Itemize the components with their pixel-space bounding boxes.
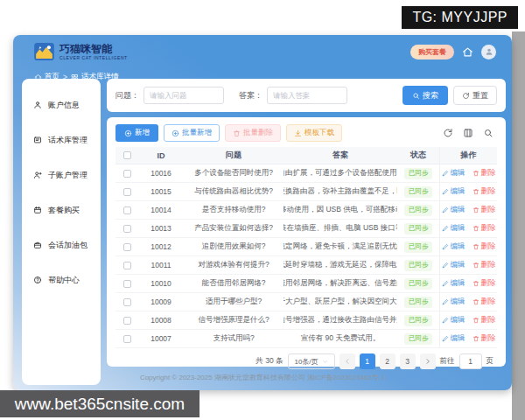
- home-icon[interactable]: [462, 46, 473, 58]
- sidebar-item[interactable]: 话术库管理: [22, 122, 101, 158]
- row-checkbox[interactable]: [123, 188, 131, 196]
- row-checkbox[interactable]: [123, 280, 131, 288]
- header-actions: 购买套餐: [410, 45, 496, 60]
- page-button[interactable]: 2: [380, 354, 396, 369]
- edit-link[interactable]: 编辑: [442, 333, 466, 344]
- template-download-button[interactable]: 模板下载: [286, 124, 342, 142]
- edit-link[interactable]: 编辑: [442, 278, 466, 289]
- cell-answer: 支持移动使用，因 USB 供电，可搭配移动电...: [284, 205, 397, 215]
- edit-link[interactable]: 编辑: [442, 205, 466, 215]
- pencil-icon: [442, 225, 449, 232]
- question-input[interactable]: [144, 87, 224, 104]
- row-checkbox[interactable]: [123, 262, 131, 270]
- row-checkbox[interactable]: [123, 170, 131, 178]
- brand-logo: 巧猫咪智能 CLEVER CAT INTELLIGENT: [34, 43, 128, 60]
- pagination-total: 共 30 条: [256, 356, 283, 367]
- select-all-checkbox[interactable]: [123, 151, 131, 159]
- status-badge: 已同步: [404, 186, 433, 198]
- reset-button[interactable]: 重置: [453, 86, 497, 105]
- sidebar-item[interactable]: 账户信息: [22, 88, 101, 122]
- table-row: 10015 与传统路由器相比优势? 无需更换路由器，弥补主路由覆盖不足，即插..…: [116, 183, 497, 201]
- batch-delete-button[interactable]: 批量删除: [225, 124, 281, 142]
- edit-link[interactable]: 编辑: [442, 315, 466, 326]
- delete-link[interactable]: 删除: [472, 168, 496, 178]
- delete-link[interactable]: 删除: [472, 260, 496, 270]
- table-card: 新增 批量新增 批量删除 模板下载: [107, 117, 506, 367]
- page-size-select[interactable]: 10条/页: [288, 354, 335, 369]
- column-header: 答案: [284, 150, 397, 161]
- page-button[interactable]: 3: [400, 354, 416, 369]
- screenshot-edge-strip: [512, 32, 525, 420]
- sidebar-item[interactable]: 套餐购买: [22, 192, 101, 228]
- brand-name: 巧猫咪智能: [60, 44, 128, 54]
- row-checkbox[interactable]: [123, 335, 131, 343]
- edit-link[interactable]: 编辑: [442, 297, 466, 307]
- cell-question: 适用于哪些户型?: [184, 297, 284, 307]
- row-checkbox[interactable]: [123, 243, 131, 251]
- row-checkbox[interactable]: [123, 298, 131, 306]
- trash-icon: [472, 280, 480, 287]
- cell-question: 多个设备能否同时使用?: [184, 168, 284, 178]
- data-table: ID问题答案状态操作 10016 多个设备能否同时使用? 支持自由扩展，可通过多…: [116, 147, 497, 348]
- add-button[interactable]: 新增: [116, 124, 158, 142]
- chevron-left-icon: [344, 358, 351, 365]
- column-settings-icon[interactable]: [463, 128, 473, 138]
- table-toolbar: 新增 批量新增 批量删除 模板下载: [116, 123, 497, 143]
- pencil-icon: [442, 335, 449, 342]
- row-checkbox[interactable]: [123, 206, 131, 214]
- row-checkbox[interactable]: [123, 317, 131, 325]
- cell-answer: 无需更换路由器，弥补主路由覆盖不足，即插...: [284, 186, 397, 197]
- sidebar-item[interactable]: 子账户管理: [22, 158, 101, 192]
- table-body: 10016 多个设备能否同时使用? 支持自由扩展，可通过多个设备搭配使用，全..…: [116, 164, 497, 348]
- row-checkbox[interactable]: [123, 225, 131, 233]
- search-button[interactable]: 搜索: [402, 86, 448, 105]
- avatar-person-icon: [485, 47, 494, 56]
- table-tools: [443, 128, 497, 138]
- delete-link[interactable]: 删除: [472, 223, 496, 234]
- trash-icon: [472, 243, 480, 250]
- avatar[interactable]: [481, 45, 496, 60]
- delete-link[interactable]: 删除: [472, 242, 496, 252]
- tg-overlay-badge: TG: MYYJJPP: [402, 6, 518, 29]
- column-header: ID: [138, 151, 184, 160]
- delete-link[interactable]: 删除: [472, 186, 496, 197]
- delete-link[interactable]: 删除: [472, 205, 496, 215]
- edit-link[interactable]: 编辑: [442, 186, 466, 197]
- plus-circle-icon: [124, 130, 132, 137]
- sidebar-item[interactable]: 会话加油包: [22, 228, 101, 262]
- cell-question: 是否支持移动使用?: [184, 205, 284, 215]
- sidebar-menu: 账户信息 话术库管理 子账户管理 套餐购买 会话加油包 帮助中心: [22, 79, 101, 385]
- page: TG: MYYJJPP 巧猫咪智能 CLEVER CAT INTELLIGENT…: [0, 0, 525, 420]
- edit-link[interactable]: 编辑: [442, 168, 466, 178]
- download-icon: [294, 130, 302, 137]
- next-page-button[interactable]: [420, 354, 436, 369]
- edit-link[interactable]: 编辑: [442, 223, 466, 234]
- delete-link[interactable]: 删除: [472, 315, 496, 326]
- delete-link[interactable]: 删除: [472, 278, 496, 289]
- answer-input[interactable]: [267, 87, 347, 104]
- buy-package-button[interactable]: 购买套餐: [410, 45, 454, 60]
- batch-add-button[interactable]: 批量新增: [164, 124, 220, 142]
- pencil-icon: [442, 262, 449, 269]
- booster-pack-icon: [33, 241, 42, 249]
- plus-circle-icon: [172, 130, 179, 137]
- refresh-icon[interactable]: [443, 128, 453, 138]
- delete-link[interactable]: 删除: [472, 297, 496, 307]
- sidebar-item[interactable]: 帮助中心: [22, 262, 101, 298]
- pencil-icon: [442, 170, 449, 177]
- page-button[interactable]: 1: [360, 354, 375, 369]
- table-row: 10014 是否支持移动使用? 支持移动使用，因 USB 供电，可搭配移动电..…: [116, 201, 497, 220]
- goto-label: 前往: [440, 356, 455, 367]
- trash-icon: [472, 170, 480, 177]
- goto-page-input[interactable]: [459, 354, 482, 369]
- chevron-down-icon: [322, 359, 328, 365]
- prev-page-button[interactable]: [340, 354, 355, 369]
- delete-link[interactable]: 删除: [472, 333, 496, 344]
- cat-logo-icon: [34, 43, 54, 60]
- pencil-icon: [442, 298, 449, 305]
- edit-link[interactable]: 编辑: [442, 260, 466, 270]
- refresh-icon: [462, 92, 470, 100]
- cell-id: 10008: [138, 316, 184, 325]
- search-icon[interactable]: [483, 128, 494, 138]
- edit-link[interactable]: 编辑: [442, 242, 466, 252]
